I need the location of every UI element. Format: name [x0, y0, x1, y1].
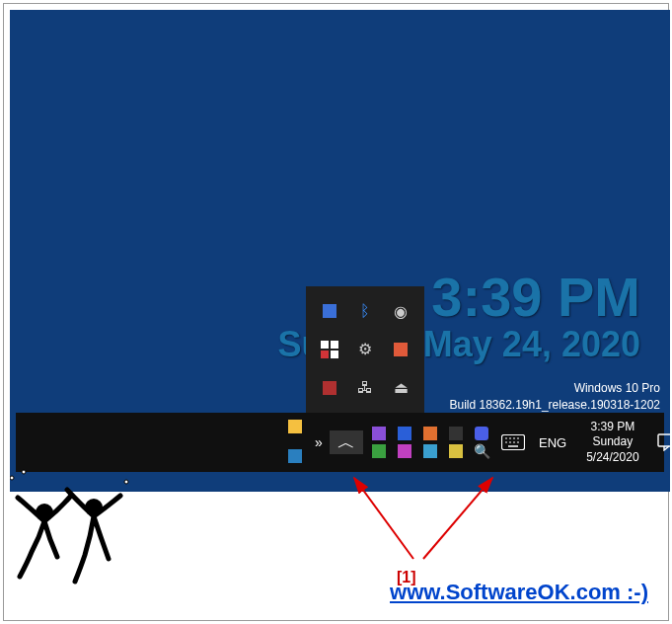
- taskbar-tray-icons-grid: 🔍: [363, 422, 497, 463]
- usb-eject-icon[interactable]: ⏏: [385, 370, 416, 405]
- screenshot-frame: 3:39 PM Sunday, May 24, 2020 Windows 10 …: [3, 3, 669, 621]
- taskbar-left-group: » ︿ 🔍: [16, 413, 497, 472]
- svg-rect-2: [321, 351, 329, 358]
- windows-security-icon[interactable]: [314, 333, 345, 367]
- system-tray-overflow-flyout[interactable]: ᛒ ◉ ⚙ 🖧 ⏏: [306, 286, 424, 413]
- magnifier-icon[interactable]: 🔍: [470, 443, 493, 459]
- windows-build-label: Build 18362.19h1_release.190318-1202: [449, 397, 660, 414]
- app-purple-icon[interactable]: [367, 426, 391, 441]
- network-icon[interactable]: 🖧: [349, 370, 381, 405]
- desktop-clock-time: 3:39 PM: [431, 265, 640, 329]
- svg-rect-8: [658, 434, 670, 446]
- svg-rect-0: [321, 341, 329, 349]
- bluetooth-icon[interactable]: ᛒ: [349, 294, 381, 329]
- language-indicator[interactable]: ENG: [529, 435, 576, 450]
- touch-keyboard-button[interactable]: [497, 434, 529, 450]
- chevron-up-icon: ︿: [337, 430, 355, 454]
- save-disk-icon[interactable]: [314, 370, 345, 405]
- settings-gear-icon[interactable]: ⚙: [349, 333, 381, 367]
- svg-rect-3: [331, 351, 338, 358]
- placeholder-icon[interactable]: [444, 426, 468, 441]
- tray-overflow-chevron-button[interactable]: ︿: [330, 430, 363, 454]
- app-green-icon[interactable]: [367, 443, 391, 459]
- chevrons-right-icon[interactable]: »: [308, 434, 330, 450]
- taskbar-clock-time: 3:39 PM: [586, 420, 638, 435]
- intel-graphics-icon[interactable]: [314, 294, 345, 329]
- app-cyan-icon[interactable]: [418, 443, 442, 459]
- taskbar-right-group: ENG 3:39 PM Sunday 5/24/2020: [497, 413, 670, 472]
- app-blue-icon[interactable]: [393, 426, 416, 441]
- power-icon[interactable]: [418, 426, 442, 441]
- app-yellow-icon[interactable]: [444, 443, 468, 459]
- footer-url-link[interactable]: www.SoftwareOK.com :-): [390, 580, 648, 605]
- desktop-wallpaper: 3:39 PM Sunday, May 24, 2020 Windows 10 …: [10, 10, 670, 492]
- folder-icon[interactable]: [288, 420, 302, 436]
- file-explorer-icon[interactable]: [385, 333, 416, 367]
- windows-build-watermark: Windows 10 Pro Build 18362.19h1_release.…: [449, 380, 660, 414]
- app-magenta-icon[interactable]: [393, 443, 416, 459]
- svg-point-13: [10, 476, 14, 480]
- nvidia-icon[interactable]: ◉: [385, 294, 416, 329]
- windows-edition-label: Windows 10 Pro: [449, 380, 660, 397]
- shield-check-icon[interactable]: [470, 426, 493, 441]
- taskbar-clock-date: 5/24/2020: [586, 450, 638, 466]
- taskbar-clock[interactable]: 3:39 PM Sunday 5/24/2020: [576, 420, 648, 466]
- app-icon[interactable]: [288, 449, 302, 466]
- svg-point-15: [124, 480, 128, 484]
- svg-rect-1: [331, 341, 338, 349]
- dancing-figures-logo-icon: [10, 468, 138, 606]
- taskbar-clock-day: Sunday: [586, 434, 638, 450]
- taskbar: » ︿ 🔍: [16, 413, 664, 472]
- svg-point-14: [22, 470, 26, 474]
- action-center-button[interactable]: [649, 433, 670, 451]
